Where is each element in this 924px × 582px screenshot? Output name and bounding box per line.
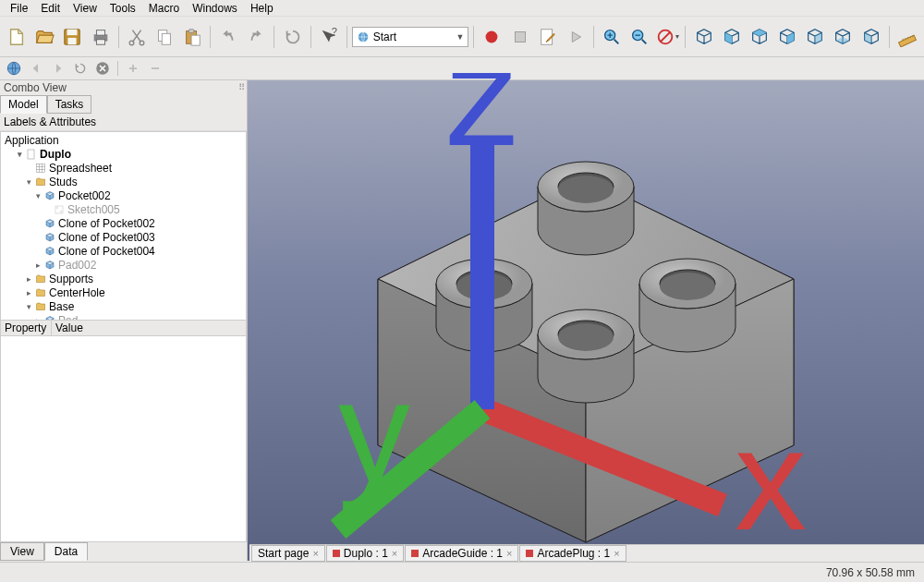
paste-button[interactable] xyxy=(179,23,205,50)
tab-model[interactable]: Model xyxy=(0,95,47,114)
tree-item[interactable]: Clone of Pocket003 xyxy=(1,230,246,244)
menu-edit[interactable]: Edit xyxy=(34,0,67,17)
svg-text:z: z xyxy=(446,73,518,176)
macro-edit-button[interactable] xyxy=(535,23,561,50)
view-front-button[interactable] xyxy=(719,23,745,50)
svg-rect-2 xyxy=(68,37,77,43)
tab-data[interactable]: Data xyxy=(44,542,88,561)
tree-item[interactable]: Sketch005 xyxy=(1,202,246,216)
doc-icon xyxy=(526,550,533,557)
close-icon[interactable]: × xyxy=(392,548,397,559)
whats-this-button[interactable]: ? xyxy=(316,23,342,50)
cut-button[interactable] xyxy=(124,23,150,50)
separator xyxy=(118,26,119,48)
svg-rect-5 xyxy=(96,39,104,44)
undo-button[interactable] xyxy=(215,23,241,50)
close-icon[interactable]: × xyxy=(614,548,619,559)
tree-application[interactable]: Application xyxy=(1,133,246,147)
property-panel[interactable] xyxy=(0,336,247,542)
zoom-in-small-button[interactable] xyxy=(123,58,143,79)
view-right-button[interactable] xyxy=(774,23,800,50)
view-bottom-button[interactable] xyxy=(830,23,856,50)
tree-item[interactable]: Clone of Pocket002 xyxy=(1,216,246,230)
document-icon xyxy=(25,149,38,160)
svg-text:x: x xyxy=(735,399,807,553)
macro-stop-button[interactable] xyxy=(506,23,532,50)
svg-line-44 xyxy=(482,409,723,505)
svg-rect-25 xyxy=(37,164,45,172)
zoom-in-button[interactable] xyxy=(599,23,625,50)
view-iso-button[interactable] xyxy=(690,23,716,50)
3d-viewport[interactable]: x z y xyxy=(248,80,924,561)
separator xyxy=(473,26,474,48)
new-file-button[interactable] xyxy=(4,23,30,50)
tree-item[interactable]: ▾Base xyxy=(1,299,246,313)
doc-tab-arcadeguide[interactable]: ArcadeGuide : 1× xyxy=(405,545,518,562)
tree-item[interactable]: ▸Supports xyxy=(1,272,246,285)
status-dimensions: 70.96 x 50.58 mm xyxy=(826,566,915,579)
macro-record-button[interactable] xyxy=(479,23,505,50)
folder-icon xyxy=(34,176,47,188)
menu-tools[interactable]: Tools xyxy=(103,0,142,17)
tree-item[interactable]: ▸Pad xyxy=(1,313,246,321)
value-col: Value xyxy=(52,321,87,335)
draw-style-button[interactable]: ▾ xyxy=(654,23,680,50)
combo-view-panel: Combo View ⠿ Model Tasks Labels & Attrib… xyxy=(0,80,248,561)
open-file-button[interactable] xyxy=(31,23,57,50)
workbench-selector[interactable]: Start ▼ xyxy=(352,27,469,47)
save-button[interactable] xyxy=(59,23,85,50)
svg-point-6 xyxy=(129,41,134,45)
nav-back-button[interactable] xyxy=(26,58,46,79)
menu-help[interactable]: Help xyxy=(244,0,280,17)
zoom-out-small-button[interactable] xyxy=(145,58,165,79)
separator xyxy=(346,26,347,48)
svg-rect-50 xyxy=(333,550,340,557)
nav-forward-button[interactable] xyxy=(48,58,68,79)
view-rear-button[interactable] xyxy=(802,23,828,50)
view-left-button[interactable] xyxy=(857,23,883,50)
doc-tab-start[interactable]: Start page× xyxy=(251,545,325,562)
tree-item[interactable]: ▸Pad002 xyxy=(1,258,246,272)
tree-item[interactable]: ▾Pocket002 xyxy=(1,188,246,202)
copy-button[interactable] xyxy=(152,23,177,50)
svg-rect-4 xyxy=(96,30,104,35)
box3d-icon xyxy=(43,218,56,229)
redo-button[interactable] xyxy=(243,23,269,50)
svg-point-15 xyxy=(486,30,498,42)
close-icon[interactable]: × xyxy=(506,548,512,559)
tree-header: Labels & Attributes xyxy=(0,114,247,131)
tree-item[interactable]: Clone of Pocket004 xyxy=(1,244,246,258)
tab-view[interactable]: View xyxy=(0,542,44,561)
doc-tab-arcadeplug[interactable]: ArcadePlug : 1× xyxy=(519,545,626,562)
tab-tasks[interactable]: Tasks xyxy=(47,95,92,114)
refresh-button[interactable] xyxy=(279,23,305,50)
tree-item[interactable]: ▸CenterHole xyxy=(1,285,246,299)
print-button[interactable] xyxy=(88,23,114,50)
menu-view[interactable]: View xyxy=(67,0,103,17)
tree-item[interactable]: ▾Studs xyxy=(1,175,246,188)
nav-refresh-button[interactable] xyxy=(70,58,91,79)
separator xyxy=(889,26,890,48)
doc-tab-duplo[interactable]: Duplo : 1× xyxy=(326,545,404,562)
zoom-out-button[interactable] xyxy=(626,23,652,50)
web-home-button[interactable] xyxy=(4,58,24,79)
panel-title-label: Combo View xyxy=(4,81,67,94)
doc-icon xyxy=(333,550,340,557)
view-top-button[interactable] xyxy=(747,23,772,50)
svg-rect-21 xyxy=(898,35,916,47)
nav-stop-button[interactable] xyxy=(92,58,113,79)
tree-doc-duplo[interactable]: ▾Duplo xyxy=(1,147,246,161)
measure-button[interactable] xyxy=(894,23,920,50)
model-tree[interactable]: Application ▾Duplo Spreadsheet▾Studs▾Poc… xyxy=(0,131,247,321)
close-icon[interactable]: × xyxy=(312,548,318,559)
axis-gizmo: x z y xyxy=(240,73,917,553)
main-area: Combo View ⠿ Model Tasks Labels & Attrib… xyxy=(0,80,924,561)
separator xyxy=(593,26,594,48)
menu-windows[interactable]: Windows xyxy=(186,0,244,17)
macro-run-button[interactable] xyxy=(563,23,589,50)
menu-file[interactable]: File xyxy=(4,0,34,17)
folder-icon xyxy=(34,287,47,298)
svg-rect-12 xyxy=(191,35,200,45)
menu-macro[interactable]: Macro xyxy=(142,0,186,17)
tree-item[interactable]: Spreadsheet xyxy=(1,161,246,175)
